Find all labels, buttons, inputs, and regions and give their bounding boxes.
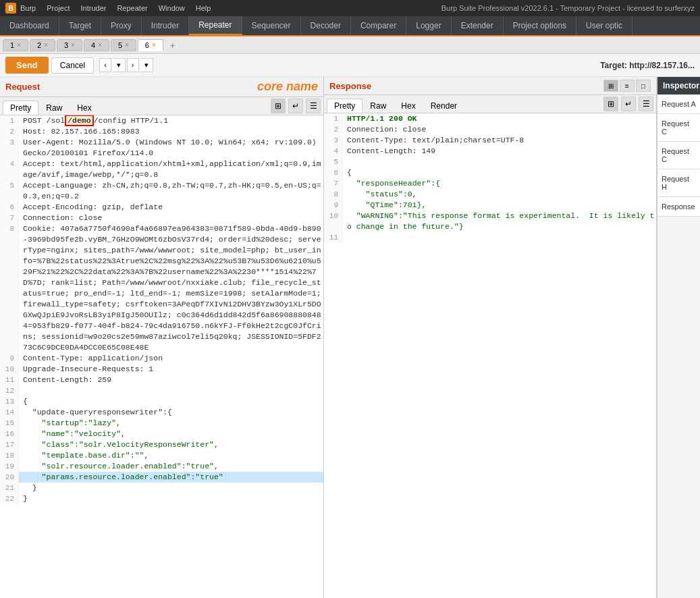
req-pretty-tab[interactable]: Pretty [3,101,38,115]
line-content: "status":0, [343,189,656,200]
request-code-area[interactable]: 1POST /sol/demo/config HTTP/1.12Host: 82… [0,115,323,598]
line-number: 8 [0,223,19,353]
tab-decoder[interactable]: Decoder [301,16,351,35]
req-tab-3[interactable]: 3× [57,39,82,51]
resp-hex-tab[interactable]: Hex [394,99,423,113]
inspector-title: Inspector [657,77,700,94]
inspector-item-response[interactable]: Response [657,197,700,217]
req-tab-2[interactable]: 2× [30,39,55,51]
line-content: Host: 82.157.166.165:8983 [19,126,323,137]
tab-comparer[interactable]: Comparer [351,16,406,35]
line-content: { [343,167,656,178]
line-number: 1 [324,113,343,124]
table-row: 8Cookie: 407a6a7750f4690af4a66897ea96438… [0,223,323,353]
line-number: 14 [0,407,19,418]
req-tab-add[interactable]: + [165,38,181,52]
table-row: 2Host: 82.157.166.165:8983 [0,126,323,137]
req-search-icon[interactable]: ⊞ [271,99,286,113]
table-row: 6Accept-Encoding: gzip, deflate [0,202,323,213]
resp-menu-icon[interactable]: ☰ [639,97,653,111]
next-arrow[interactable]: › [127,58,139,72]
line-number: 9 [0,353,19,364]
tab-target[interactable]: Target [59,16,101,35]
line-number: 7 [0,213,19,223]
tab-project-options[interactable]: Project options [504,16,576,35]
line-number: 5 [324,157,343,167]
burp-logo: B [5,3,16,13]
req-wrap-icon[interactable]: ↵ [288,99,303,113]
target-display: Target: http://82.157.16... [600,61,695,70]
menu-help[interactable]: Help [196,4,211,12]
title-menus[interactable]: Burp Project Intruder Repeater Window He… [20,4,211,12]
line-content: { [19,396,323,407]
resp-search-icon[interactable]: ⊞ [603,97,618,111]
inspector-item-request-c2[interactable]: Request C [657,142,700,169]
tab-intruder[interactable]: Intruder [142,16,189,35]
resp-pretty-tab[interactable]: Pretty [327,99,362,113]
menu-intruder[interactable]: Intruder [81,4,107,12]
line-number: 16 [0,429,19,439]
view-split-icon[interactable]: ⊞ [603,80,618,92]
line-content [19,385,323,396]
response-title: Response [329,81,371,91]
request-title: Request [5,82,40,92]
inspector-item-request-a[interactable]: Request A [657,94,700,114]
line-content: } [19,493,323,504]
line-number: 5 [0,180,19,202]
req-menu-icon[interactable]: ☰ [306,99,321,113]
tab-proxy[interactable]: Proxy [101,16,142,35]
resp-raw-tab[interactable]: Raw [362,99,394,113]
line-content [343,157,656,167]
tab-dashboard[interactable]: Dashboard [0,16,59,35]
view-stack-icon[interactable]: ≡ [620,80,635,92]
title-bar: B Burp Project Intruder Repeater Window … [0,0,700,16]
table-row: 20 "params.resource.loader.enabled":"tru… [0,472,323,483]
line-content: "QTime":701}, [343,200,656,211]
response-code-area[interactable]: 1HTTP/1.1 200 OK2Connection: close3Conte… [324,113,656,598]
menu-repeater[interactable]: Repeater [117,4,147,12]
req-tab-6[interactable]: 6× [138,39,163,51]
req-tab-4[interactable]: 4× [84,39,109,51]
line-number: 3 [324,135,343,146]
line-number: 20 [0,472,19,483]
menu-project[interactable]: Project [47,4,70,12]
line-content [343,232,656,243]
tab-sequencer[interactable]: Sequencer [242,16,301,35]
tab-user-options[interactable]: User optic [576,16,632,35]
table-row: 16 "name":"velocity", [0,429,323,439]
tab-logger[interactable]: Logger [406,16,451,35]
inspector-item-request-h[interactable]: Request H [657,169,700,197]
req-raw-tab[interactable]: Raw [38,101,70,115]
line-number: 2 [324,124,343,135]
table-row: 19 "solr.resource.loader.enabled":"true"… [0,461,323,472]
table-row: 13{ [0,396,323,407]
tab-extender[interactable]: Extender [452,16,504,35]
req-hex-tab[interactable]: Hex [70,101,99,115]
request-tabs-bar: 1× 2× 3× 4× 5× 6× + [0,36,700,54]
line-number: 12 [0,385,19,396]
view-toggle: ⊞ ≡ □ [603,80,651,92]
menu-window[interactable]: Window [159,4,185,12]
send-button[interactable]: Send [5,57,49,74]
line-number: 8 [324,189,343,200]
line-content: Upgrade-Insecure-Requests: 1 [19,364,323,375]
next-arrow-dropdown[interactable]: ▾ [113,58,126,72]
table-row: 7 "responseHeader":{ [324,178,656,189]
response-panel-tabs: Pretty Raw Hex Render ⊞ ↵ ☰ [324,95,656,113]
view-single-icon[interactable]: □ [636,80,651,92]
req-tab-5[interactable]: 5× [111,39,136,51]
line-number: 6 [0,202,19,213]
toolbar: Send Cancel ‹ ▾ › ▾ Target: http://82.15… [0,54,700,77]
nav-tabs: Dashboard Target Proxy Intruder Repeater… [0,16,700,36]
cancel-button[interactable]: Cancel [51,57,94,74]
menu-burp[interactable]: Burp [20,4,36,12]
table-row: 5Accept-Language: zh-CN,zh;q=0.8,zh-TW;q… [0,180,323,202]
tab-repeater[interactable]: Repeater [189,16,242,35]
prev-arrow[interactable]: ‹ [99,58,111,72]
request-panel-header: Request core name [0,77,323,97]
resp-wrap-icon[interactable]: ↵ [621,97,636,111]
resp-render-tab[interactable]: Render [423,99,464,113]
inspector-item-request-c1[interactable]: Request C [657,114,700,142]
req-tab-1[interactable]: 1× [3,39,28,51]
next-arrow-dropdown2[interactable]: ▾ [140,58,153,72]
